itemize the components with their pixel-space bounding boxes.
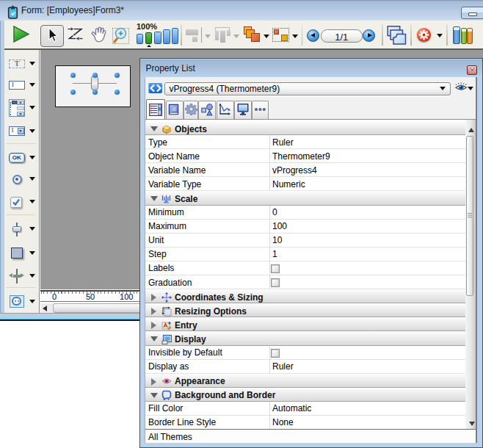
svg-text:-0: -0 (171, 106, 175, 111)
